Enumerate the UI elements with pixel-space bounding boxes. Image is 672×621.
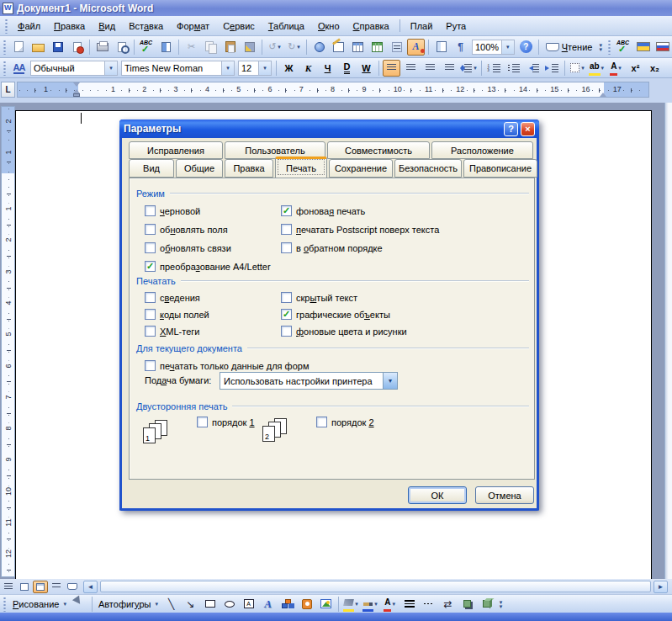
checkbox-box[interactable] xyxy=(281,224,292,235)
dropdown-arrow-icon[interactable]: ▾ xyxy=(383,373,397,389)
zoom-dropdown-icon[interactable]: ▾ xyxy=(501,40,514,54)
word-underline-icon[interactable]: W xyxy=(357,60,375,77)
columns-icon[interactable] xyxy=(388,39,405,56)
tab-compatibility[interactable]: Совместимость xyxy=(327,141,430,159)
dash-style-icon[interactable] xyxy=(420,596,437,613)
checkbox-box[interactable] xyxy=(145,242,156,253)
font-dropdown-icon[interactable]: ▾ xyxy=(221,61,234,75)
font-combo[interactable]: Times New Roman ▾ xyxy=(121,61,235,76)
hanging-indent-marker[interactable] xyxy=(73,86,80,93)
insert-table-icon[interactable] xyxy=(349,39,367,56)
outline-view-button[interactable] xyxy=(49,581,64,593)
toolbar-grip[interactable] xyxy=(3,61,7,76)
numbered-list-icon[interactable] xyxy=(485,60,503,77)
toolbar-grip[interactable] xyxy=(607,40,611,55)
double-underline-icon[interactable]: D xyxy=(338,60,356,77)
vertical-ruler[interactable]: 21123456789101112 xyxy=(1,106,15,577)
paper-feed-dropdown[interactable]: Использовать настройки принтера ▾ xyxy=(220,372,398,390)
redo-button[interactable]: ↻▾ xyxy=(285,39,303,56)
menu-help[interactable]: Справка xyxy=(347,19,396,34)
tab-selector-button[interactable]: L xyxy=(1,82,15,98)
rectangle-icon[interactable] xyxy=(201,596,219,613)
tab-security[interactable]: Безопасность xyxy=(394,159,462,178)
bulleted-list-icon[interactable] xyxy=(505,60,522,77)
left-indent-marker[interactable] xyxy=(73,93,80,97)
checkbox-box[interactable] xyxy=(145,292,156,303)
new-document-icon[interactable] xyxy=(10,39,28,56)
toolbar-options-icon[interactable]: ▾▾ xyxy=(596,39,605,56)
subscript-icon[interactable]: x₂ xyxy=(646,60,664,77)
oval-icon[interactable] xyxy=(220,596,238,613)
russian-flag-icon[interactable] xyxy=(653,39,671,56)
tab-print[interactable]: Печать xyxy=(275,157,327,178)
vertical-scrollbar[interactable] xyxy=(664,103,672,579)
checkbox-reverse-order[interactable]: в обратном порядке xyxy=(281,242,383,254)
checkbox-box[interactable] xyxy=(197,417,208,427)
scroll-right-icon[interactable]: ► xyxy=(653,581,668,593)
font-color-button[interactable]: А▾ xyxy=(381,596,399,613)
normal-view-button[interactable] xyxy=(1,581,16,593)
scroll-left-icon[interactable]: ◄ xyxy=(83,581,98,593)
checkbox-box[interactable] xyxy=(281,326,292,337)
checkbox-a4-letter-resize[interactable]: ✓ преобразование А4/Letter xyxy=(145,260,271,273)
borders-button[interactable]: ▾ xyxy=(569,60,586,77)
increase-indent-icon[interactable] xyxy=(543,60,561,77)
scrollbar-thumb[interactable] xyxy=(100,581,651,592)
right-indent-marker[interactable] xyxy=(600,89,606,97)
checkbox-box[interactable]: ✓ xyxy=(281,205,292,216)
print-preview-icon[interactable] xyxy=(113,39,130,56)
style-dropdown-icon[interactable]: ▾ xyxy=(104,61,117,75)
tab-edit[interactable]: Правка xyxy=(225,159,273,178)
menu-file[interactable]: Файл xyxy=(11,19,47,34)
show-paragraph-icon[interactable]: ¶ xyxy=(452,39,469,56)
menu-ruta[interactable]: Рута xyxy=(439,19,473,34)
checkbox-box[interactable] xyxy=(145,360,156,371)
hyperlink-icon[interactable] xyxy=(310,39,328,56)
threed-style-icon[interactable] xyxy=(478,596,495,613)
checkbox-box[interactable] xyxy=(316,417,327,427)
italic-icon[interactable]: К xyxy=(299,60,317,77)
line-color-button[interactable]: ▾ xyxy=(362,596,379,613)
insert-picture-icon[interactable] xyxy=(317,596,335,613)
undo-button[interactable]: ↺▾ xyxy=(266,39,283,56)
checkbox-box[interactable] xyxy=(145,309,156,320)
web-layout-view-button[interactable] xyxy=(17,581,32,593)
menu-window[interactable]: Окно xyxy=(311,19,347,34)
checkbox-update-links[interactable]: обновлять связи xyxy=(145,242,231,254)
arrow-icon[interactable]: ↘ xyxy=(182,596,199,613)
print-icon[interactable] xyxy=(93,39,111,56)
tables-borders-icon[interactable] xyxy=(330,39,347,56)
diagram-icon[interactable] xyxy=(278,596,296,613)
format-painter-icon[interactable] xyxy=(241,39,258,56)
checkbox-duplex-order2[interactable]: порядок 2 xyxy=(316,416,374,428)
dialog-help-button[interactable]: ? xyxy=(504,122,518,136)
toolbar-grip[interactable] xyxy=(4,19,8,34)
text-box-icon[interactable]: А xyxy=(240,596,257,613)
insert-excel-icon[interactable] xyxy=(368,39,386,56)
decrease-indent-icon[interactable] xyxy=(524,60,542,77)
draw-menu-button[interactable]: Рисование▾ xyxy=(9,597,70,611)
cancel-button[interactable]: Отмена xyxy=(475,486,534,504)
menu-insert[interactable]: Вставка xyxy=(122,19,170,34)
checkbox-print-postscript[interactable]: печатать Postscript поверх текста xyxy=(281,223,439,236)
line-style-icon[interactable] xyxy=(400,596,418,613)
permission-icon[interactable] xyxy=(68,39,86,56)
checkbox-field-codes[interactable]: коды полей xyxy=(145,308,209,321)
checkbox-box[interactable] xyxy=(145,224,156,235)
tab-track-changes[interactable]: Исправления xyxy=(129,141,223,159)
checkbox-hidden-text[interactable]: скрытый текст xyxy=(281,291,357,304)
document-map-icon[interactable] xyxy=(432,39,450,56)
menu-play[interactable]: Плай xyxy=(404,19,440,34)
menu-table[interactable]: Таблица xyxy=(262,19,311,34)
spellcheck-lang-icon[interactable]: ABC✓ xyxy=(615,39,632,56)
shadow-style-icon[interactable] xyxy=(458,596,476,613)
save-icon[interactable] xyxy=(49,39,66,56)
menu-tools[interactable]: Сервис xyxy=(216,19,262,34)
menu-view[interactable]: Вид xyxy=(92,19,122,34)
checkbox-box[interactable] xyxy=(145,326,156,337)
style-combo[interactable]: Обычный ▾ xyxy=(30,61,118,76)
ok-button[interactable]: ОК xyxy=(408,486,467,504)
reading-mode-button[interactable]: Чтение xyxy=(542,39,596,56)
align-right-icon[interactable] xyxy=(421,60,439,77)
align-center-icon[interactable] xyxy=(402,60,420,77)
